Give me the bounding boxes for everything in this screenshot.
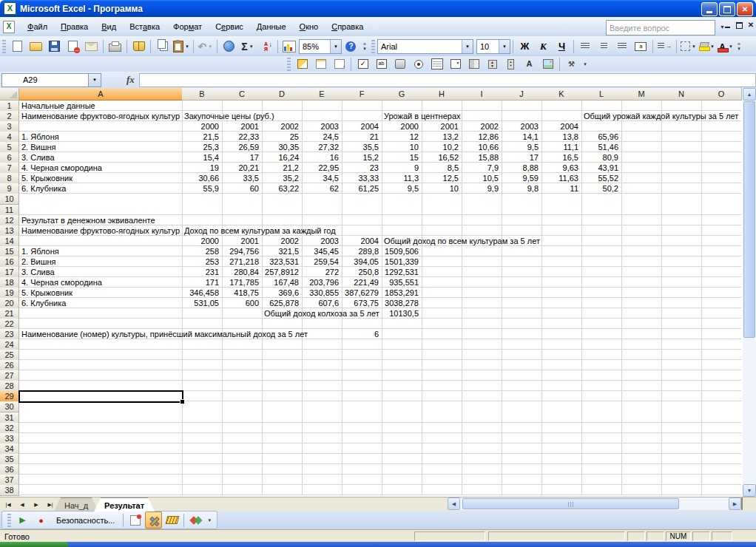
- cell-I9[interactable]: 9,9: [462, 184, 499, 194]
- cell-A1[interactable]: Начальные данные: [21, 101, 95, 111]
- row-header-22[interactable]: 22: [0, 319, 19, 330]
- cell-C15[interactable]: 294,756: [222, 247, 259, 256]
- cell-B14[interactable]: 2000: [182, 237, 219, 246]
- cell-C5[interactable]: 26,59: [222, 143, 259, 152]
- column-header-O[interactable]: O: [701, 88, 742, 101]
- cell-C19[interactable]: 418,75: [222, 288, 259, 298]
- paste-button[interactable]: ▼: [172, 38, 190, 55]
- column-header-E[interactable]: E: [302, 88, 342, 101]
- italic-button[interactable]: К: [535, 38, 552, 55]
- column-header-I[interactable]: I: [462, 88, 502, 101]
- cell-F9[interactable]: 61,25: [342, 184, 379, 194]
- row-header-2[interactable]: 2: [0, 111, 19, 122]
- column-header-G[interactable]: G: [382, 88, 422, 101]
- menu-7[interactable]: Окно: [293, 20, 325, 33]
- horizontal-scroll-thumb[interactable]: [462, 498, 679, 509]
- row-header-19[interactable]: 19: [0, 288, 19, 299]
- cell-A13[interactable]: Наименование фруктово-ягодных культур: [21, 226, 181, 236]
- row-header-30[interactable]: 30: [0, 401, 19, 412]
- cell-I4[interactable]: 12,86: [462, 132, 499, 142]
- vertical-scrollbar[interactable]: ▲ ▼: [743, 88, 756, 497]
- row-header-24[interactable]: 24: [0, 339, 19, 350]
- sort-ascending-button[interactable]: АЯ↓: [257, 38, 274, 55]
- permission-button[interactable]: [64, 38, 81, 55]
- cell-E3[interactable]: 2003: [302, 122, 339, 132]
- cell-A2[interactable]: Наименование фруктово-ягодных культур: [21, 112, 181, 121]
- cell-C14[interactable]: 2001: [222, 237, 259, 246]
- cell-E4[interactable]: 24,5: [302, 132, 339, 142]
- merge-center-button[interactable]: a: [632, 38, 649, 55]
- cell-I6[interactable]: 15,88: [462, 153, 499, 163]
- cell-B16[interactable]: 253: [182, 257, 219, 267]
- row-header-3[interactable]: 3: [0, 121, 19, 132]
- minimize-button[interactable]: [701, 2, 718, 16]
- menu-0[interactable]: Файл: [21, 20, 54, 33]
- cell-H8[interactable]: 12,5: [422, 174, 459, 183]
- cell-D4[interactable]: 25: [262, 132, 299, 142]
- scroll-down-icon[interactable]: ▼: [743, 484, 756, 497]
- cell-F3[interactable]: 2004: [342, 122, 379, 132]
- column-header-H[interactable]: H: [422, 88, 462, 101]
- cell-L6[interactable]: 80,9: [581, 153, 618, 163]
- column-header-F[interactable]: F: [342, 88, 382, 101]
- cell-A20[interactable]: 6. Клубника: [21, 299, 66, 308]
- fill-handle[interactable]: [180, 399, 185, 404]
- properties-button[interactable]: [312, 55, 329, 72]
- insert-hyperlink-button[interactable]: [220, 38, 237, 55]
- row-header-10[interactable]: 10: [0, 194, 19, 205]
- cell-H6[interactable]: 16,52: [422, 153, 459, 163]
- last-sheet-icon[interactable]: ▶|: [44, 498, 57, 511]
- vb-toolbar-options-icon[interactable]: ▾: [205, 518, 214, 523]
- print-button[interactable]: [107, 38, 124, 55]
- cell-K6[interactable]: 16,5: [541, 153, 578, 163]
- textbox-control-button[interactable]: ab: [373, 55, 390, 72]
- row-header-26[interactable]: 26: [0, 360, 19, 371]
- close-button[interactable]: ✕: [737, 2, 753, 16]
- bold-button[interactable]: Ж: [516, 38, 533, 55]
- cell-D9[interactable]: 63,22: [262, 184, 299, 194]
- column-header-M[interactable]: M: [621, 88, 662, 101]
- cell-D8[interactable]: 35,2: [262, 174, 299, 183]
- column-header-K[interactable]: K: [541, 88, 582, 101]
- cell-E5[interactable]: 27,32: [302, 143, 339, 152]
- cell-H3[interactable]: 2001: [422, 122, 459, 132]
- research-button[interactable]: [130, 38, 147, 55]
- first-sheet-icon[interactable]: |◀: [1, 498, 15, 511]
- cell-A8[interactable]: 5. Крыжовник: [21, 174, 72, 183]
- cell-C9[interactable]: 60: [222, 184, 259, 194]
- row-header-11[interactable]: 11: [0, 205, 19, 216]
- next-sheet-icon[interactable]: ▶: [30, 498, 43, 511]
- cell-K3[interactable]: 2004: [541, 122, 578, 132]
- menu-2[interactable]: Вид: [95, 20, 123, 33]
- row-header-18[interactable]: 18: [0, 277, 19, 288]
- cell-B5[interactable]: 25,3: [182, 143, 219, 152]
- cell-G21[interactable]: 10130,5: [382, 309, 419, 319]
- row-header-29[interactable]: 29: [0, 391, 19, 402]
- cell-E6[interactable]: 16: [302, 153, 339, 163]
- cell-G3[interactable]: 2000: [382, 122, 419, 132]
- chart-wizard-button[interactable]: [281, 38, 298, 55]
- cell-E20[interactable]: 607,6: [302, 299, 339, 308]
- cell-C16[interactable]: 271,218: [222, 257, 259, 267]
- cell-G8[interactable]: 11,3: [382, 174, 419, 183]
- row-header-31[interactable]: 31: [0, 412, 19, 424]
- view-code-button[interactable]: [331, 55, 348, 72]
- cell-F6[interactable]: 15,2: [342, 153, 379, 163]
- workbook-minimize-button[interactable]: [725, 21, 732, 29]
- cell-B13[interactable]: Доход по всем культурам за каждый год: [184, 226, 336, 236]
- cell-A5[interactable]: 2. Вишня: [21, 143, 56, 152]
- column-header-D[interactable]: D: [262, 88, 303, 101]
- new-button[interactable]: [9, 38, 26, 55]
- cell-A17[interactable]: 3. Слива: [21, 268, 55, 277]
- control-toolbox-grip[interactable]: [287, 58, 291, 71]
- column-header-J[interactable]: J: [502, 88, 542, 101]
- menu-1[interactable]: Правка: [54, 20, 95, 33]
- column-header-B[interactable]: B: [182, 88, 223, 101]
- scroll-right-icon[interactable]: ▶: [729, 497, 741, 510]
- cell-C6[interactable]: 17: [222, 153, 259, 163]
- cell-G4[interactable]: 12: [382, 132, 419, 142]
- cell-A23[interactable]: Наименование (номер) культуры, принёсший…: [21, 330, 308, 339]
- align-right-button[interactable]: [614, 38, 631, 55]
- cell-G20[interactable]: 3038,278: [382, 299, 419, 308]
- cell-B4[interactable]: 21,5: [182, 132, 219, 142]
